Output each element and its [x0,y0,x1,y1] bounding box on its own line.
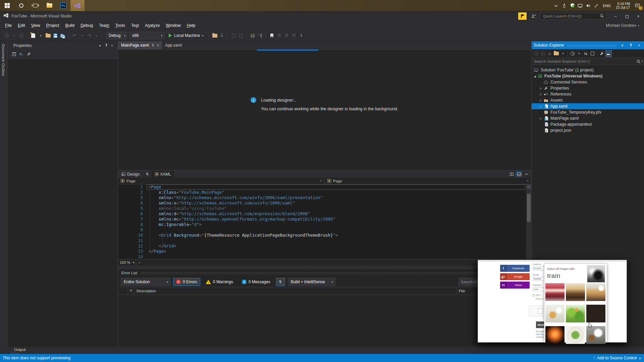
drag-grip[interactable] [567,44,617,47]
alphabetical-button[interactable]: A↓ [19,52,23,56]
expand-arrow-icon[interactable]: ▷ [538,105,543,108]
overflow-button[interactable]: ▾ [298,32,305,39]
redo-button[interactable]: ↷ [86,32,93,39]
tab-mainpage-xaml[interactable]: MainPage.xaml × [118,41,162,49]
google-login-button[interactable]: g+Google [500,273,530,280]
add-to-source-control[interactable]: ↑ Add to Source Control ▲ [593,356,641,360]
code-line-5[interactable]: 5 xmlns:local="using:FoxTube" [118,206,531,211]
tree-item-app-xaml[interactable]: ▷App.xaml [532,103,644,109]
horizontal-split-button[interactable] [516,172,522,177]
chevron-down-icon[interactable]: ▾ [527,179,528,182]
drop-button[interactable]: ▾ [37,32,44,39]
preview-selected-button[interactable] [605,50,612,57]
editor-scrollbar[interactable]: ═ [526,184,531,259]
categorized-button[interactable] [12,52,16,56]
comment-lines-button[interactable] [249,32,256,39]
captcha-image[interactable] [545,326,565,344]
tree-item-solution-foxtube-1-project[interactable]: ∞Solution 'FoxTube' (1 project) [532,67,644,73]
tree-item-assets[interactable]: ▷Assets [532,97,644,103]
captcha-image[interactable] [566,305,585,322]
nav-forward-button[interactable]: ► [18,32,25,39]
solution-search-input[interactable] [532,59,636,63]
hscroll-left-arrow[interactable]: ◂ [136,261,142,264]
facebook-login-button[interactable]: fFacebook [500,265,530,272]
tree-item-connected-services[interactable]: Connected Services [532,79,644,85]
warnings-toggle[interactable]: ! 0 Warnings [203,278,236,286]
xaml-code-editor[interactable]: 1<Page2 x:Class="FoxTube.MainPage"3 xmln… [118,184,531,259]
find-in-files-button[interactable]: ▸ [211,32,218,39]
visual-studio-taskbar-button[interactable] [70,0,85,11]
output-tab[interactable]: Output [14,348,26,352]
file-explorer-button[interactable] [42,0,56,11]
tree-item-foxtube-universal-windows[interactable]: ◢C#FoxTube (Universal Windows) [532,73,644,79]
source-combo[interactable]: Build + IntelliSense▾ [288,278,335,286]
task-view-button[interactable] [28,0,42,11]
bookmark-prev-button[interactable] [276,32,282,39]
search-icon[interactable]: ▾ [636,59,644,64]
collapse-arrow-icon[interactable]: ◢ [532,75,537,78]
menu-analyze[interactable]: Analyze [142,22,163,29]
messages-toggle[interactable]: i 0 Messages [239,278,273,286]
tree-item-properties[interactable]: ▷Properties [532,85,644,91]
properties-wrench-button[interactable] [27,51,31,57]
menu-edit[interactable]: Edit [15,22,28,29]
document-outline-tab[interactable]: Document Outline [1,44,5,76]
code-line-2[interactable]: 2 x:Class="FoxTube.MainPage" [118,190,531,195]
age-checkbox[interactable] [533,294,535,296]
undo-button[interactable]: ↶ [71,32,78,39]
tray-chevron-icon[interactable] [553,2,559,10]
signed-in-user[interactable]: Michael Gordeev ▾ [606,23,644,28]
code-line-11[interactable]: 11 [118,238,531,243]
clock[interactable]: 5:16 PM 22-Jul-17 [614,2,632,9]
breadcrumb-left[interactable]: Page ▾ [118,178,325,184]
captcha-image[interactable] [545,305,565,322]
window-position-button[interactable]: ▾ [97,44,103,48]
view-code-button[interactable] [230,32,237,39]
usb-tray-icon[interactable] [561,2,568,10]
bookmark-next-button[interactable] [283,32,290,39]
drop-button[interactable]: ▾ [93,32,100,39]
drop-button[interactable]: ▾ [11,32,17,39]
tree-item-foxtube-temporarykey-pfx[interactable]: FoxTube_TemporaryKey.pfx [532,109,644,115]
solution-search-box[interactable]: ▾ [532,58,644,65]
code-line-12[interactable]: 12 </Grid> [118,243,531,249]
close-button[interactable]: × [633,12,644,20]
volume-tray-icon[interactable] [585,2,592,10]
editor-split-handle[interactable]: ═ [526,184,531,189]
nav-back-button[interactable]: ◄ [533,50,539,57]
chevron-down-icon[interactable]: ▾ [320,179,322,182]
code-line-4[interactable]: 4 xmlns:x="http://schemas.microsoft.com/… [118,200,531,206]
minimize-button[interactable]: – [610,12,621,20]
code-line-6[interactable]: 6 xmlns:d="http://schemas.microsoft.com/… [118,211,531,217]
filter-button[interactable] [276,278,285,286]
menu-tools[interactable]: Tools [112,22,128,29]
tree-item-project-json[interactable]: {}project.json [532,127,644,133]
drop-button[interactable]: ▾ [560,50,566,57]
window-position-button[interactable]: ▾ [620,44,625,47]
yahoo-login-button[interactable]: Y!Yahoo [500,282,530,289]
bookmark-button[interactable] [268,32,275,39]
start-button[interactable] [0,0,14,11]
tab-app-xaml[interactable]: App.xaml [162,41,185,49]
drop-button[interactable]: ▾ [576,50,582,57]
menu-view[interactable]: View [28,22,43,29]
pin-icon[interactable] [151,44,155,47]
swap-panes-icon[interactable]: ⇅ [143,172,151,176]
overflow-button[interactable]: ▾ [218,32,225,39]
menu-test[interactable]: Test [128,22,142,29]
close-panel-button[interactable]: × [636,44,642,47]
open-file-button[interactable] [45,32,51,39]
captcha-image[interactable] [566,326,585,344]
menu-debug[interactable]: Debug [77,22,96,29]
start-debugging-button[interactable]: Local Machine▾ [166,32,206,39]
feedback-button[interactable] [518,12,527,20]
code-line-7[interactable]: 7 xmlns:mc="http://schemas.openxmlformat… [118,217,531,222]
bookmark-clear-button[interactable] [290,32,297,39]
scope-combo[interactable]: Entire Solution▾ [121,278,170,286]
defender-tray-icon[interactable] [569,2,576,10]
language-indicator[interactable]: ENG [601,4,612,8]
design-tab[interactable]: Design [118,171,143,178]
quick-launch-box[interactable] [541,13,606,19]
code-line-14[interactable]: 14 [118,254,531,259]
captcha-image[interactable] [586,283,605,301]
